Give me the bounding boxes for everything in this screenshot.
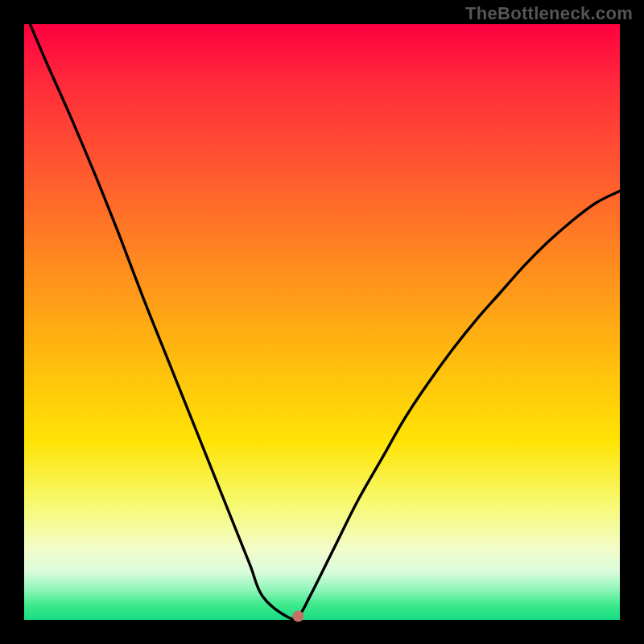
- chart-frame: TheBottleneck.com: [0, 0, 644, 644]
- plot-svg: [24, 24, 620, 620]
- watermark-text: TheBottleneck.com: [465, 3, 633, 24]
- optimum-marker: [292, 611, 303, 622]
- bottleneck-curve: [30, 24, 620, 619]
- plot-area: [24, 24, 620, 620]
